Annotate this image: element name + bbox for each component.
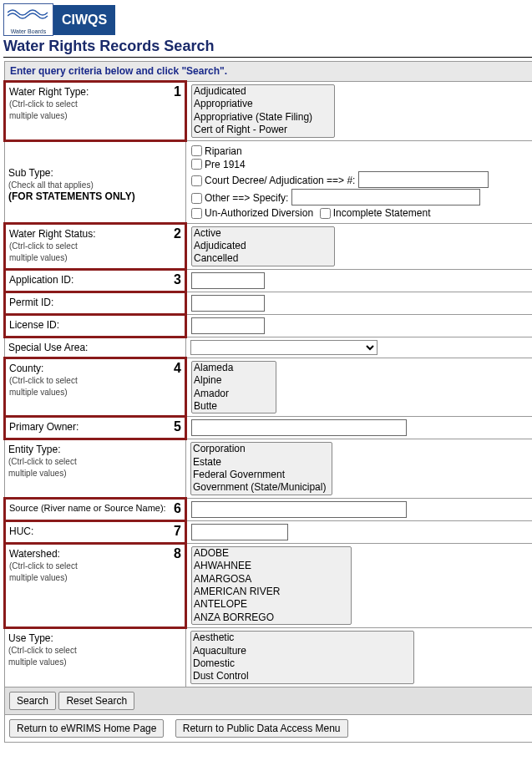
label-permit-id: Permit ID:: [5, 292, 186, 314]
application-id-input[interactable]: [191, 272, 265, 289]
label-watershed: Watershed: (Ctrl-click to select multipl…: [5, 543, 186, 627]
step-number-5: 5: [174, 419, 181, 434]
permit-id-input[interactable]: [191, 295, 265, 312]
search-form: Enter query criteria below and click "Se…: [3, 61, 532, 743]
ciwqs-logo: CIWQS: [53, 5, 115, 35]
use-type-select[interactable]: Aesthetic Aquaculture Domestic Dust Cont…: [190, 631, 414, 684]
special-use-select[interactable]: [190, 340, 377, 355]
label-license-id: License ID:: [5, 314, 186, 337]
other-checkbox[interactable]: [191, 193, 202, 204]
step-number-8: 8: [174, 546, 181, 561]
step-number-1: 1: [174, 84, 181, 99]
unauth-checkbox[interactable]: [191, 208, 202, 219]
return-menu-button[interactable]: Return to Public Data Access Menu: [175, 719, 348, 738]
label-source: Source (River name or Source Name): 6: [5, 498, 186, 520]
label-primary-owner: Primary Owner: 5: [5, 417, 186, 439]
instruction-bar: Enter query criteria below and click "Se…: [5, 62, 533, 82]
watershed-select[interactable]: ADOBE AHWAHNEE AMARGOSA AMERICAN RIVER A…: [191, 546, 352, 625]
label-huc: HUC: 7: [5, 520, 186, 543]
water-boards-logo: Water Boards: [3, 3, 53, 36]
court-checkbox[interactable]: [191, 175, 202, 186]
label-special-use-area: Special Use Area:: [5, 337, 186, 358]
header-logos: Water Boards CIWQS: [3, 3, 532, 36]
wave-icon: [8, 9, 49, 19]
incomplete-checkbox[interactable]: [320, 208, 331, 219]
water-right-type-select[interactable]: Adjudicated Appropriative Appropriative …: [191, 84, 335, 138]
label-application-id: Application ID: 3: [5, 269, 186, 292]
step-number-3: 3: [174, 272, 181, 287]
label-entity-type: Entity Type: (Ctrl-click to select multi…: [5, 439, 186, 499]
license-id-input[interactable]: [191, 317, 265, 334]
entity-type-select[interactable]: Corporation Estate Federal Government Go…: [190, 442, 332, 495]
water-boards-label: Water Boards: [11, 28, 47, 34]
other-specify-input[interactable]: [291, 189, 480, 205]
label-county: County: (Ctrl-click to select multiple v…: [5, 358, 186, 417]
label-water-right-status: Water Right Status: (Ctrl-click to selec…: [5, 223, 186, 269]
county-select[interactable]: Alameda Alpine Amador Butte: [191, 361, 276, 414]
reset-button[interactable]: Reset Search: [58, 692, 134, 710]
search-button[interactable]: Search: [9, 692, 56, 710]
step-number-6: 6: [174, 501, 181, 516]
source-input[interactable]: [191, 501, 407, 518]
riparian-checkbox[interactable]: [191, 145, 202, 156]
water-right-status-select[interactable]: Active Adjudicated Cancelled: [191, 226, 335, 266]
label-water-right-type: Water Right Type: (Ctrl-click to select …: [5, 82, 186, 141]
step-number-4: 4: [174, 361, 181, 376]
pre1914-checkbox[interactable]: [191, 159, 202, 170]
court-number-input[interactable]: [358, 171, 489, 188]
label-use-type: Use Type: (Ctrl-click to select multiple…: [5, 628, 186, 687]
huc-input[interactable]: [191, 524, 288, 540]
page-title: Water Rights Records Search: [3, 38, 532, 58]
label-sub-type: Sub Type: (Check all that applies) (FOR …: [5, 140, 186, 223]
step-number-7: 7: [174, 524, 181, 539]
primary-owner-input[interactable]: [191, 419, 407, 436]
step-number-2: 2: [174, 226, 181, 241]
return-home-button[interactable]: Return to eWRIMS Home Page: [9, 719, 164, 738]
